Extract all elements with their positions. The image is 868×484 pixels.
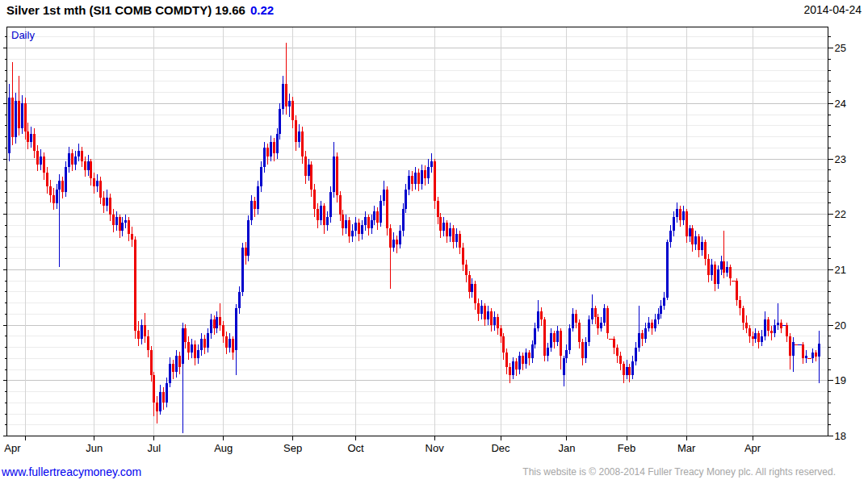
candle-down: [522, 356, 524, 364]
candle-down: [619, 356, 622, 364]
candle-up: [563, 358, 565, 375]
candle-down: [417, 173, 420, 184]
candle-up: [512, 361, 514, 375]
candle-down: [597, 317, 599, 328]
candle-up: [345, 220, 347, 228]
candle-up: [726, 267, 728, 273]
candle-up: [805, 356, 807, 358]
y-axis-label: 25: [835, 42, 846, 54]
website-link[interactable]: www.fullertreacymoney.com: [2, 465, 141, 478]
candle-down: [137, 331, 140, 339]
candle-up: [565, 350, 568, 358]
candle-up: [308, 165, 310, 176]
candle-down: [342, 215, 344, 228]
candle-up: [754, 333, 757, 339]
candle-down: [336, 156, 338, 195]
candle-down: [742, 308, 744, 322]
candle-down: [714, 265, 716, 284]
candle-down: [187, 342, 190, 353]
candle-down: [477, 303, 480, 315]
candle-down: [815, 353, 817, 356]
x-axis-label: Dec: [491, 442, 510, 454]
candle-up: [115, 217, 118, 225]
candle-up: [648, 323, 650, 328]
x-axis-label: Sep: [283, 442, 302, 454]
candle-up: [216, 317, 218, 328]
candle-down: [144, 325, 146, 336]
candle-up: [550, 333, 552, 347]
candle-down: [745, 323, 748, 328]
candle-up: [21, 103, 23, 128]
candle-down: [301, 131, 304, 156]
candle-down: [628, 367, 631, 375]
candle-down: [273, 142, 275, 153]
candle-down: [651, 323, 653, 328]
candle-up: [427, 167, 430, 178]
candle-down: [119, 217, 121, 231]
candle-up: [166, 383, 168, 403]
candle-down: [386, 190, 388, 228]
candle-up: [238, 292, 241, 309]
candle-down: [505, 353, 508, 366]
candle-up: [442, 223, 445, 231]
candle-down: [36, 151, 39, 165]
candle-down: [581, 342, 584, 359]
candle-down: [515, 361, 518, 369]
candle-up: [250, 201, 253, 220]
candle-up: [68, 153, 70, 167]
candle-up: [720, 261, 723, 269]
candle-down: [606, 308, 609, 333]
candle-up: [40, 156, 42, 165]
candle-down: [786, 325, 788, 336]
candle-up: [591, 308, 593, 319]
candle-up: [669, 231, 672, 242]
candle-down: [194, 344, 196, 358]
candle-up: [673, 217, 675, 231]
candle-down: [691, 228, 694, 245]
candle-up: [210, 319, 212, 333]
candle-up: [635, 348, 637, 361]
y-axis-label: 19: [835, 374, 846, 386]
candle-up: [455, 234, 458, 242]
candle-up: [487, 311, 489, 319]
x-axis-label: Jan: [558, 442, 575, 454]
candle-down: [802, 344, 804, 358]
candle-down: [560, 331, 562, 356]
candle-up: [534, 328, 536, 345]
candle-up: [373, 211, 375, 219]
candle-down: [81, 151, 83, 162]
candle-up: [701, 242, 703, 250]
candle-down: [109, 198, 111, 215]
candle-down: [153, 375, 155, 403]
candle-down: [484, 306, 486, 319]
y-axis-label: 21: [835, 264, 846, 276]
candle-down: [474, 284, 476, 303]
candle-up: [354, 223, 357, 231]
candle-down: [172, 364, 174, 372]
candle-up: [87, 161, 90, 169]
candle-up: [364, 217, 367, 225]
candle-up: [260, 167, 262, 186]
candle-down: [736, 281, 738, 300]
candle-down: [52, 195, 55, 203]
candle-up: [371, 220, 373, 228]
candle-down: [424, 170, 426, 178]
candle-up: [626, 367, 628, 375]
x-axis-label: Oct: [347, 442, 364, 454]
candle-up: [657, 314, 660, 319]
candle-down: [18, 101, 20, 128]
candle-up: [320, 206, 322, 219]
candle-up: [811, 353, 814, 358]
candle-up: [140, 325, 143, 339]
candle-up: [414, 173, 417, 184]
candle-up: [644, 328, 647, 340]
candle-down: [90, 161, 92, 178]
candle-up: [270, 142, 272, 156]
candle-down: [770, 331, 773, 333]
candle-up: [405, 190, 407, 209]
candle-down: [245, 248, 247, 256]
candle-up: [124, 220, 127, 223]
candle-up: [711, 265, 713, 276]
candle-up: [58, 181, 61, 189]
candle-up: [568, 328, 571, 350]
